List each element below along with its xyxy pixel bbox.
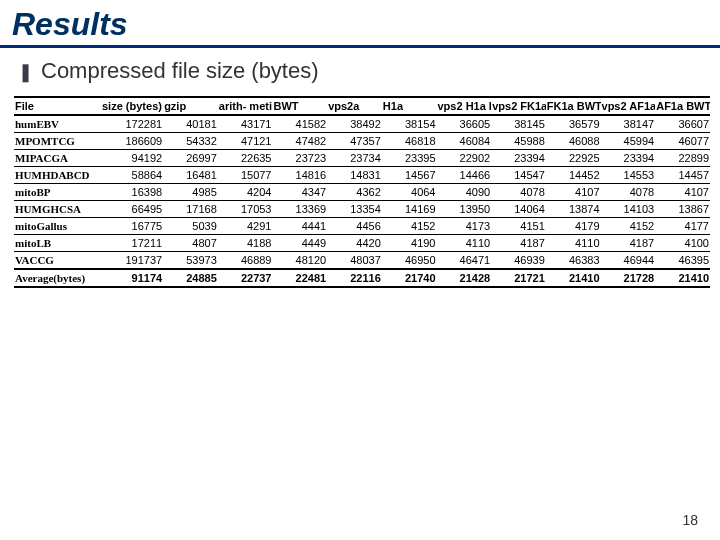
col-size: size (bytes): [101, 97, 163, 115]
cell-value: 46077: [655, 133, 710, 150]
cell-value: 36579: [546, 115, 601, 133]
cell-value: 4173: [437, 218, 492, 235]
cell-value: 23394: [601, 150, 656, 167]
cell-file: MIPACGA: [14, 150, 101, 167]
bullet-icon: ❚: [18, 61, 33, 83]
cell-value: 4110: [437, 235, 492, 252]
table-row: MPOMTCG186609543324712147482473574681846…: [14, 133, 710, 150]
cell-file: HUMHDABCD: [14, 167, 101, 184]
cell-value: 4347: [272, 184, 327, 201]
cell-value: 45994: [601, 133, 656, 150]
cell-value: 13369: [272, 201, 327, 218]
cell-value: 53973: [163, 252, 218, 270]
cell-value: 48037: [327, 252, 382, 270]
col-fk1a: vps2 FK1a: [491, 97, 546, 115]
cell-average-value: 91174: [101, 269, 163, 287]
cell-value: 4291: [218, 218, 273, 235]
col-h1a: H1a: [382, 97, 437, 115]
cell-average-value: 21728: [601, 269, 656, 287]
table-header-row: File size (bytes) gzip arith- metic BWT …: [14, 97, 710, 115]
cell-value: 66495: [101, 201, 163, 218]
cell-value: 54332: [163, 133, 218, 150]
cell-value: 46084: [437, 133, 492, 150]
col-bwt: BWT: [272, 97, 327, 115]
cell-value: 46383: [546, 252, 601, 270]
cell-value: 14816: [272, 167, 327, 184]
cell-value: 4190: [382, 235, 437, 252]
cell-value: 46889: [218, 252, 273, 270]
cell-value: 4179: [546, 218, 601, 235]
cell-value: 14466: [437, 167, 492, 184]
cell-value: 38492: [327, 115, 382, 133]
cell-average-label: Average(bytes): [14, 269, 101, 287]
cell-value: 4188: [218, 235, 273, 252]
cell-value: 46088: [546, 133, 601, 150]
cell-value: 4456: [327, 218, 382, 235]
cell-value: 13874: [546, 201, 601, 218]
cell-value: 22899: [655, 150, 710, 167]
cell-value: 13867: [655, 201, 710, 218]
cell-file: mitoGallus: [14, 218, 101, 235]
cell-file: MPOMTCG: [14, 133, 101, 150]
cell-file: VACCG: [14, 252, 101, 270]
cell-value: 38147: [601, 115, 656, 133]
cell-value: 23734: [327, 150, 382, 167]
cell-value: 45988: [491, 133, 546, 150]
col-gzip: gzip: [163, 97, 218, 115]
cell-value: 46471: [437, 252, 492, 270]
cell-value: 38154: [382, 115, 437, 133]
cell-value: 46939: [491, 252, 546, 270]
bullet-row: ❚ Compressed file size (bytes): [0, 58, 720, 84]
cell-value: 14103: [601, 201, 656, 218]
cell-average-value: 21428: [437, 269, 492, 287]
table-row: HUMGHCSA66495171681705313369133541416913…: [14, 201, 710, 218]
cell-value: 23394: [491, 150, 546, 167]
cell-value: 4807: [163, 235, 218, 252]
cell-value: 40181: [163, 115, 218, 133]
cell-value: 14169: [382, 201, 437, 218]
col-arith: arith- metic: [218, 97, 273, 115]
cell-value: 46950: [382, 252, 437, 270]
page-title: Results: [0, 0, 720, 48]
cell-value: 22902: [437, 150, 492, 167]
cell-value: 13354: [327, 201, 382, 218]
cell-value: 14553: [601, 167, 656, 184]
cell-average-value: 24885: [163, 269, 218, 287]
cell-value: 38145: [491, 115, 546, 133]
table-row: mitoBP1639849854204434743624064409040784…: [14, 184, 710, 201]
cell-value: 172281: [101, 115, 163, 133]
cell-average-value: 21410: [546, 269, 601, 287]
bullet-text: Compressed file size (bytes): [41, 58, 319, 84]
cell-value: 4420: [327, 235, 382, 252]
cell-value: 4090: [437, 184, 492, 201]
col-af1a-bwt: AF1a BWT: [655, 97, 710, 115]
cell-value: 22635: [218, 150, 273, 167]
cell-average-value: 22737: [218, 269, 273, 287]
cell-value: 4151: [491, 218, 546, 235]
cell-value: 47357: [327, 133, 382, 150]
cell-value: 4152: [382, 218, 437, 235]
cell-value: 17053: [218, 201, 273, 218]
cell-value: 13950: [437, 201, 492, 218]
cell-value: 4064: [382, 184, 437, 201]
cell-value: 4100: [655, 235, 710, 252]
cell-value: 14567: [382, 167, 437, 184]
cell-value: 46818: [382, 133, 437, 150]
cell-value: 5039: [163, 218, 218, 235]
cell-value: 36607: [655, 115, 710, 133]
table-row: HUMHDABCD5886416481150771481614831145671…: [14, 167, 710, 184]
cell-value: 14064: [491, 201, 546, 218]
cell-value: 47482: [272, 133, 327, 150]
table-row: humEBV1722814018143171415823849238154366…: [14, 115, 710, 133]
cell-average-value: 22116: [327, 269, 382, 287]
cell-value: 14457: [655, 167, 710, 184]
cell-value: 4177: [655, 218, 710, 235]
cell-value: 4107: [546, 184, 601, 201]
cell-value: 48120: [272, 252, 327, 270]
cell-value: 43171: [218, 115, 273, 133]
cell-value: 41582: [272, 115, 327, 133]
cell-value: 4204: [218, 184, 273, 201]
cell-value: 23723: [272, 150, 327, 167]
table-row: MIPACGA941922699722635237232373423395229…: [14, 150, 710, 167]
col-fk1a-bwt: FK1a BWT: [546, 97, 601, 115]
